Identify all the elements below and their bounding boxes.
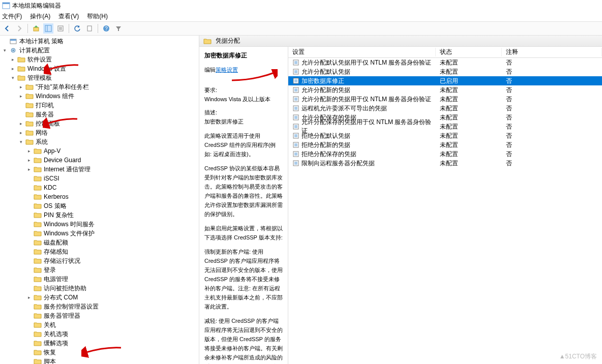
- folder-icon: [17, 65, 25, 72]
- tree-system-child[interactable]: 电源管理: [0, 275, 199, 284]
- list-row[interactable]: 允许分配新的凭据用于仅 NTLM 服务器身份验证 未配置 否: [288, 95, 602, 104]
- list-row[interactable]: 拒绝分配保存的凭据 未配置 否: [288, 149, 602, 159]
- list-row[interactable]: 加密数据库修正 已启用 否: [288, 76, 602, 85]
- properties-button[interactable]: [55, 23, 66, 34]
- list-row[interactable]: 远程机允许委派不可导出的凭据 未配置 否: [288, 104, 602, 113]
- tree-system-child[interactable]: 关机选项: [0, 329, 199, 339]
- folder-icon: [34, 211, 42, 219]
- tree-system-child[interactable]: KDC: [0, 183, 199, 192]
- tree-computer-config[interactable]: ▾ 计算机配置: [0, 46, 199, 55]
- tree-system-child[interactable]: 服务器管理器: [0, 311, 199, 320]
- tree-label: 关机: [43, 321, 56, 329]
- tree-system-child[interactable]: ▸ 分布式 COM: [0, 293, 199, 302]
- twisty-icon[interactable]: ▸: [25, 148, 33, 154]
- tree-system[interactable]: ▾ 系统: [0, 137, 199, 146]
- folder-icon: [34, 166, 42, 173]
- settings-list[interactable]: 设置 状态 注释 允许分配默认凭据用于仅 NTLM 服务器身份验证 未配置 否 …: [288, 47, 602, 364]
- tree-system-child[interactable]: OS 策略: [0, 201, 199, 210]
- tree-system-child[interactable]: PIN 复杂性: [0, 210, 199, 220]
- tree-system-child[interactable]: 关机: [0, 320, 199, 329]
- folder-icon: [34, 285, 42, 292]
- setting-name: 远程机允许委派不可导出的凭据: [302, 104, 387, 113]
- list-row[interactable]: 允许分配保存的凭据用于仅 NTLM 服务器身份验证 未配置 否: [288, 122, 602, 131]
- tree-system-child[interactable]: Kerberos: [0, 192, 199, 201]
- export-button[interactable]: [84, 23, 95, 34]
- twisty-icon[interactable]: ▸: [17, 130, 24, 135]
- description-para: 减轻: 使用 CredSSP 的客户端应用程序将无法回退到不安全的版本，但使用 …: [204, 316, 283, 364]
- twisty-icon[interactable]: ▸: [25, 158, 33, 163]
- refresh-button[interactable]: [72, 23, 82, 34]
- twisty-icon[interactable]: ▸: [9, 66, 16, 71]
- tree-root[interactable]: 本地计算机 策略: [0, 37, 199, 46]
- tree-software-settings[interactable]: ▸ 软件设置: [0, 55, 199, 64]
- details-header-title: 凭据分配: [216, 37, 240, 45]
- toolbar-separator: [27, 24, 28, 33]
- tree-system-child[interactable]: 存储感知: [0, 247, 199, 256]
- tree-system-child[interactable]: 服务控制管理器设置: [0, 302, 199, 311]
- twisty-icon[interactable]: ▾: [1, 48, 8, 53]
- twisty-icon[interactable]: ▸: [17, 121, 24, 126]
- menu-help[interactable]: 帮助(H): [87, 12, 108, 21]
- tree-label: 控制面板: [35, 119, 60, 128]
- tree-system-child[interactable]: Windows 文件保护: [0, 229, 199, 238]
- column-comment[interactable]: 注释: [502, 48, 602, 56]
- folder-icon: [34, 157, 42, 164]
- forward-button[interactable]: [14, 23, 24, 34]
- tree-system-child[interactable]: 访问被拒绝协助: [0, 284, 199, 293]
- list-row[interactable]: 允许分配默认凭据用于仅 NTLM 服务器身份验证 未配置 否: [288, 58, 602, 67]
- tree-system-child[interactable]: 登录: [0, 265, 199, 275]
- up-button[interactable]: [31, 23, 41, 34]
- setting-icon: [292, 132, 299, 139]
- folder-icon: [34, 147, 42, 155]
- tree-windows-settings[interactable]: ▸ Windows 设置: [0, 64, 199, 73]
- tree-system-child[interactable]: 缓解选项: [0, 339, 199, 348]
- tree-system-child[interactable]: 存储运行状况: [0, 256, 199, 265]
- edit-policy-link[interactable]: 策略设置: [216, 65, 238, 74]
- tree-servers[interactable]: 服务器: [0, 110, 199, 119]
- list-row[interactable]: 允许分配默认凭据 未配置 否: [288, 67, 602, 76]
- tree-label: App-V: [43, 147, 61, 155]
- tree-system-child[interactable]: 恢复: [0, 348, 199, 357]
- help-button[interactable]: ?: [101, 23, 111, 34]
- tree-system-child[interactable]: Windows 时间服务: [0, 220, 199, 229]
- tree-printers[interactable]: 打印机: [0, 101, 199, 110]
- tree-system-child[interactable]: iSCSI: [0, 174, 199, 183]
- list-row[interactable]: 限制向远程服务器分配凭据 未配置 否: [288, 159, 602, 168]
- tree-control-panel[interactable]: ▸ 控制面板: [0, 119, 199, 128]
- twisty-icon[interactable]: ▸: [25, 167, 33, 172]
- tree-start-menu[interactable]: ▸ "开始"菜单和任务栏: [0, 82, 199, 92]
- twisty-icon[interactable]: ▸: [9, 57, 16, 62]
- setting-name: 拒绝分配保存的凭据: [302, 150, 356, 159]
- twisty-icon[interactable]: ▾: [9, 75, 16, 80]
- folder-icon: [25, 102, 34, 109]
- twisty-icon[interactable]: ▸: [25, 295, 33, 300]
- tree-pane[interactable]: 本地计算机 策略 ▾ 计算机配置 ▸ 软件设置 ▸ Windows 设置 ▾ 管…: [0, 36, 199, 364]
- svg-rect-3: [45, 25, 51, 32]
- list-row[interactable]: 允许分配新的凭据 未配置 否: [288, 85, 602, 95]
- tree-windows-components[interactable]: ▸ Windows 组件: [0, 92, 199, 101]
- folder-icon: [34, 257, 42, 264]
- show-tree-button[interactable]: [43, 23, 53, 34]
- column-setting[interactable]: 设置: [288, 48, 436, 56]
- twisty-icon[interactable]: ▾: [17, 139, 24, 144]
- tree-network[interactable]: ▸ 网络: [0, 128, 199, 137]
- tree-system-child[interactable]: ▸ App-V: [0, 146, 199, 156]
- menu-file[interactable]: 文件(F): [2, 12, 22, 21]
- twisty-icon[interactable]: ▸: [17, 94, 24, 99]
- tree-system-child[interactable]: ▸ Device Guard: [0, 156, 199, 165]
- column-status[interactable]: 状态: [436, 48, 502, 56]
- twisty-icon[interactable]: ▸: [17, 84, 24, 89]
- setting-status: 未配置: [436, 132, 502, 140]
- filter-button[interactable]: [113, 23, 124, 34]
- list-row[interactable]: 拒绝分配新的凭据 未配置 否: [288, 140, 602, 149]
- tree-system-child[interactable]: 磁盘配额: [0, 238, 199, 247]
- list-row[interactable]: 拒绝分配默认凭据 未配置 否: [288, 131, 602, 140]
- menu-view[interactable]: 查看(V): [58, 12, 79, 21]
- setting-icon: [292, 86, 299, 94]
- description-para: 此策略设置适用于使用 CredSSP 组件的应用程序(例如: 远程桌面连接)。: [204, 131, 283, 159]
- menu-action[interactable]: 操作(A): [30, 12, 50, 21]
- tree-system-child[interactable]: ▸ Internet 通信管理: [0, 165, 199, 174]
- back-button[interactable]: [2, 23, 12, 34]
- tree-admin-templates[interactable]: ▾ 管理模板: [0, 73, 199, 82]
- tree-system-child[interactable]: 脚本: [0, 357, 199, 364]
